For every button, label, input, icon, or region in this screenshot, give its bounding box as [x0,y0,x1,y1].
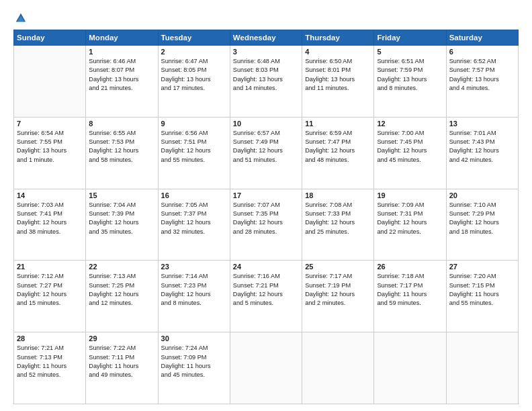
calendar-cell: 26Sunrise: 7:18 AMSunset: 7:17 PMDayligh… [374,261,446,332]
day-number: 1 [89,48,154,56]
week-row-3: 14Sunrise: 7:03 AMSunset: 7:41 PMDayligh… [14,189,519,261]
day-info: Sunrise: 7:10 AMSunset: 7:29 PMDaylight:… [449,201,515,236]
day-number: 21 [17,263,83,271]
week-row-1: 1Sunrise: 6:46 AMSunset: 8:07 PMDaylight… [14,46,519,118]
calendar-cell: 15Sunrise: 7:04 AMSunset: 7:39 PMDayligh… [86,189,158,261]
day-number: 30 [161,334,227,342]
day-info: Sunrise: 6:54 AMSunset: 7:55 PMDaylight:… [17,129,83,165]
calendar-cell: 11Sunrise: 6:59 AMSunset: 7:47 PMDayligh… [302,117,374,189]
day-info: Sunrise: 6:55 AMSunset: 7:53 PMDaylight:… [89,129,154,165]
day-info: Sunrise: 6:59 AMSunset: 7:47 PMDaylight:… [305,129,371,165]
day-number: 7 [17,120,83,128]
day-number: 26 [377,263,443,271]
calendar-cell: 10Sunrise: 6:57 AMSunset: 7:49 PMDayligh… [230,117,302,189]
logo-icon [15,12,27,24]
day-number: 10 [233,120,299,128]
day-info: Sunrise: 7:05 AMSunset: 7:37 PMDaylight:… [161,201,227,236]
logo [13,12,28,24]
day-number: 28 [17,334,83,342]
calendar-cell: 3Sunrise: 6:48 AMSunset: 8:03 PMDaylight… [230,46,302,118]
day-number: 17 [233,191,299,199]
day-number: 4 [305,48,371,56]
day-info: Sunrise: 7:09 AMSunset: 7:31 PMDaylight:… [377,201,443,236]
day-info: Sunrise: 7:16 AMSunset: 7:21 PMDaylight:… [233,272,299,308]
day-info: Sunrise: 7:03 AMSunset: 7:41 PMDaylight:… [17,201,83,236]
day-info: Sunrise: 6:47 AMSunset: 8:05 PMDaylight:… [161,57,227,93]
day-info: Sunrise: 7:21 AMSunset: 7:13 PMDaylight:… [17,344,83,379]
day-info: Sunrise: 7:14 AMSunset: 7:23 PMDaylight:… [161,272,227,308]
calendar-cell: 24Sunrise: 7:16 AMSunset: 7:21 PMDayligh… [230,261,302,332]
weekday-header-thursday: Thursday [302,30,374,46]
day-number: 20 [449,191,515,199]
header [13,12,519,24]
calendar-cell: 28Sunrise: 7:21 AMSunset: 7:13 PMDayligh… [14,332,86,404]
calendar-cell: 2Sunrise: 6:47 AMSunset: 8:05 PMDaylight… [158,46,230,118]
weekday-header-monday: Monday [86,30,158,46]
calendar-cell [374,332,446,404]
calendar-cell: 14Sunrise: 7:03 AMSunset: 7:41 PMDayligh… [14,189,86,261]
calendar-cell [14,46,86,118]
calendar-cell [230,332,302,404]
day-info: Sunrise: 6:51 AMSunset: 7:59 PMDaylight:… [377,57,443,93]
day-info: Sunrise: 7:20 AMSunset: 7:15 PMDaylight:… [449,272,515,308]
calendar-cell: 13Sunrise: 7:01 AMSunset: 7:43 PMDayligh… [446,117,518,189]
day-info: Sunrise: 7:18 AMSunset: 7:17 PMDaylight:… [377,272,443,308]
day-number: 23 [161,263,227,271]
day-info: Sunrise: 7:00 AMSunset: 7:45 PMDaylight:… [377,129,443,165]
calendar-cell [302,332,374,404]
day-number: 19 [377,191,443,199]
day-info: Sunrise: 7:08 AMSunset: 7:33 PMDaylight:… [305,201,371,236]
calendar-cell: 25Sunrise: 7:17 AMSunset: 7:19 PMDayligh… [302,261,374,332]
week-row-5: 28Sunrise: 7:21 AMSunset: 7:13 PMDayligh… [14,332,519,404]
calendar-cell: 19Sunrise: 7:09 AMSunset: 7:31 PMDayligh… [374,189,446,261]
calendar-cell: 1Sunrise: 6:46 AMSunset: 8:07 PMDaylight… [86,46,158,118]
day-info: Sunrise: 7:01 AMSunset: 7:43 PMDaylight:… [449,129,515,165]
weekday-header-saturday: Saturday [446,30,518,46]
calendar-cell: 17Sunrise: 7:07 AMSunset: 7:35 PMDayligh… [230,189,302,261]
calendar-cell: 20Sunrise: 7:10 AMSunset: 7:29 PMDayligh… [446,189,518,261]
day-number: 3 [233,48,299,56]
day-number: 27 [449,263,515,271]
calendar-cell: 18Sunrise: 7:08 AMSunset: 7:33 PMDayligh… [302,189,374,261]
day-number: 22 [89,263,154,271]
calendar-cell: 23Sunrise: 7:14 AMSunset: 7:23 PMDayligh… [158,261,230,332]
day-info: Sunrise: 7:12 AMSunset: 7:27 PMDaylight:… [17,272,83,308]
weekday-header-friday: Friday [374,30,446,46]
calendar-cell: 12Sunrise: 7:00 AMSunset: 7:45 PMDayligh… [374,117,446,189]
day-info: Sunrise: 7:24 AMSunset: 7:09 PMDaylight:… [161,344,227,379]
day-number: 14 [17,191,83,199]
day-info: Sunrise: 6:52 AMSunset: 7:57 PMDaylight:… [449,57,515,93]
day-number: 6 [449,48,515,56]
day-info: Sunrise: 6:57 AMSunset: 7:49 PMDaylight:… [233,129,299,165]
weekday-header-tuesday: Tuesday [158,30,230,46]
calendar-cell: 30Sunrise: 7:24 AMSunset: 7:09 PMDayligh… [158,332,230,404]
weekday-header-sunday: Sunday [14,30,86,46]
weekday-header-wednesday: Wednesday [230,30,302,46]
calendar-cell: 29Sunrise: 7:22 AMSunset: 7:11 PMDayligh… [86,332,158,404]
day-info: Sunrise: 7:04 AMSunset: 7:39 PMDaylight:… [89,201,154,236]
page: SundayMondayTuesdayWednesdayThursdayFrid… [0,0,532,411]
calendar-cell: 21Sunrise: 7:12 AMSunset: 7:27 PMDayligh… [14,261,86,332]
day-info: Sunrise: 6:48 AMSunset: 8:03 PMDaylight:… [233,57,299,93]
day-number: 5 [377,48,443,56]
day-info: Sunrise: 6:46 AMSunset: 8:07 PMDaylight:… [89,57,154,93]
day-info: Sunrise: 6:56 AMSunset: 7:51 PMDaylight:… [161,129,227,165]
day-info: Sunrise: 7:13 AMSunset: 7:25 PMDaylight:… [89,272,154,308]
calendar-cell: 4Sunrise: 6:50 AMSunset: 8:01 PMDaylight… [302,46,374,118]
day-number: 12 [377,120,443,128]
calendar-cell: 7Sunrise: 6:54 AMSunset: 7:55 PMDaylight… [14,117,86,189]
day-number: 8 [89,120,154,128]
week-row-4: 21Sunrise: 7:12 AMSunset: 7:27 PMDayligh… [14,261,519,332]
day-info: Sunrise: 7:22 AMSunset: 7:11 PMDaylight:… [89,344,154,379]
calendar: SundayMondayTuesdayWednesdayThursdayFrid… [13,30,519,404]
week-row-2: 7Sunrise: 6:54 AMSunset: 7:55 PMDaylight… [14,117,519,189]
day-info: Sunrise: 6:50 AMSunset: 8:01 PMDaylight:… [305,57,371,93]
calendar-cell: 5Sunrise: 6:51 AMSunset: 7:59 PMDaylight… [374,46,446,118]
calendar-cell: 16Sunrise: 7:05 AMSunset: 7:37 PMDayligh… [158,189,230,261]
day-info: Sunrise: 7:17 AMSunset: 7:19 PMDaylight:… [305,272,371,308]
day-number: 25 [305,263,371,271]
day-number: 18 [305,191,371,199]
calendar-cell [446,332,518,404]
day-number: 9 [161,120,227,128]
weekday-header-row: SundayMondayTuesdayWednesdayThursdayFrid… [14,30,519,46]
